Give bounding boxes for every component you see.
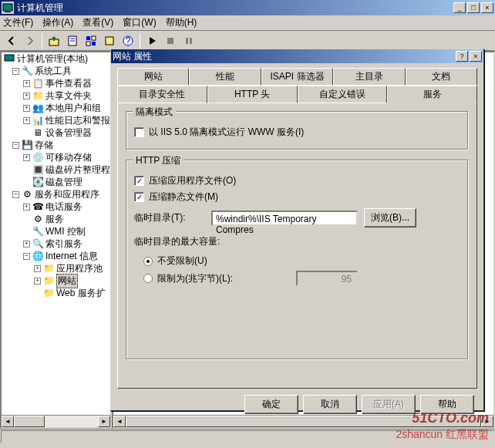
tab-documents[interactable]: 文档 [406, 68, 477, 86]
tempdir-input[interactable]: %windir%\IIS Temporary Compres [211, 211, 358, 226]
properties-button[interactable] [64, 32, 81, 49]
menu-window[interactable]: 窗口(W) [123, 16, 156, 29]
tree-telephony[interactable]: +☎电话服务 [2, 200, 110, 213]
ok-button[interactable]: 确定 [244, 395, 298, 414]
tree-removable[interactable]: +💿可移动存储 [2, 151, 110, 163]
stop-button[interactable] [162, 32, 179, 49]
maximize-button[interactable]: □ [467, 2, 480, 13]
expand-icon[interactable]: + [23, 154, 30, 161]
tab-isapi[interactable]: ISAPI 筛选器 [261, 68, 333, 86]
iis5-isolation-row[interactable]: 以 IIS 5.0 隔离模式运行 WWW 服务(I) [134, 126, 460, 139]
event-icon: 📋 [32, 77, 44, 89]
collapse-icon[interactable]: − [12, 191, 19, 198]
tree-services[interactable]: ⚙服务 [2, 213, 110, 225]
pause-button[interactable] [180, 32, 197, 49]
menubar: 文件(F) 操作(A) 查看(V) 窗口(W) 帮助(H) [0, 15, 495, 31]
tab-customerrors[interactable]: 自定义错误 [298, 86, 388, 103]
help-button[interactable]: ? [120, 32, 136, 49]
menu-file[interactable]: 文件(F) [3, 16, 33, 29]
tree-systools[interactable]: −🔧系统工具 [2, 65, 110, 77]
help-button[interactable]: 帮助 [420, 395, 474, 414]
expand-icon[interactable]: + [23, 204, 30, 211]
tab-homedir[interactable]: 主目录 [333, 68, 405, 86]
up-button[interactable] [45, 32, 62, 49]
tree-eventviewer[interactable]: +📋事件查看器 [2, 77, 110, 89]
tree-scrollbar[interactable]: ◄ ► [2, 415, 110, 427]
tree-services-apps[interactable]: −⚙服务和应用程序 [2, 188, 110, 200]
expand-icon[interactable]: + [34, 278, 41, 285]
limited-row[interactable]: 限制为(兆字节)(L): 95 [143, 271, 460, 286]
collapse-icon[interactable]: − [12, 142, 19, 149]
maxsize-label: 临时目录的最大容量: [134, 235, 460, 248]
tools-icon: 🔧 [21, 65, 33, 77]
expand-icon[interactable]: + [23, 105, 30, 112]
back-button[interactable] [3, 32, 20, 49]
limit-value-input: 95 [296, 271, 358, 286]
scroll-left-button[interactable]: ◄ [2, 416, 14, 427]
apply-button[interactable]: 应用(A) [362, 395, 416, 414]
scroll-right-button[interactable]: ► [98, 416, 110, 427]
expand-icon[interactable]: + [23, 117, 30, 124]
compress-static-label: 压缩静态文件(M) [149, 190, 218, 204]
tab-httpheaders[interactable]: HTTP 头 [207, 86, 298, 103]
collapse-icon[interactable]: − [23, 253, 30, 260]
disk-icon: 💽 [32, 176, 44, 188]
tree-perflogs[interactable]: +📊性能日志和警报 [2, 114, 110, 126]
unlimited-row[interactable]: 不受限制(U) [143, 254, 460, 268]
tree-users[interactable]: +👥本地用户和组 [2, 102, 110, 114]
tab-performance[interactable]: 性能 [189, 68, 261, 86]
forward-button[interactable] [22, 32, 39, 49]
compress-app-checkbox[interactable]: ✓ [134, 176, 144, 186]
menu-help[interactable]: 帮助(H) [166, 16, 197, 29]
wmi-icon: 🔧 [32, 225, 44, 237]
scroll-thumb[interactable] [14, 416, 45, 427]
tree-wmi[interactable]: 🔧WMI 控制 [2, 225, 110, 237]
expand-icon[interactable]: + [34, 265, 41, 272]
tree-webext[interactable]: 📁Web 服务扩 [2, 287, 110, 299]
tree-devmgr[interactable]: 🖥设备管理器 [2, 126, 110, 139]
tab-website[interactable]: 网站 [117, 68, 189, 86]
tree-iis[interactable]: −🌐Internet 信息 [2, 250, 110, 262]
tree-defrag[interactable]: 🔳磁盘碎片整理程 [2, 163, 110, 176]
collapse-icon[interactable]: − [12, 68, 19, 75]
compression-legend: HTTP 压缩 [133, 154, 184, 167]
limited-radio[interactable] [143, 274, 153, 283]
dialog-title: 网站 属性 [113, 50, 152, 63]
export-button[interactable] [101, 32, 118, 49]
iis5-checkbox[interactable] [134, 127, 144, 137]
tree-diskmgmt[interactable]: 💽磁盘管理 [2, 176, 110, 188]
svg-rect-0 [3, 4, 12, 11]
dialog-close-button[interactable]: × [470, 51, 482, 62]
menu-view[interactable]: 查看(V) [82, 16, 113, 29]
app-icon [2, 2, 14, 14]
minimize-button[interactable]: _ [453, 2, 466, 13]
users-icon: 👥 [32, 102, 44, 114]
tree-indexing[interactable]: +🔍索引服务 [2, 237, 110, 250]
tree-websites[interactable]: +📁网站 [2, 275, 110, 287]
device-icon: 🖥 [32, 126, 44, 139]
expand-icon[interactable]: + [23, 80, 30, 87]
dialog-help-button[interactable]: ? [456, 51, 468, 62]
isolation-group: 隔离模式 以 IIS 5.0 隔离模式运行 WWW 服务(I) [126, 111, 469, 150]
menu-action[interactable]: 操作(A) [42, 16, 73, 29]
expand-icon[interactable]: + [23, 241, 30, 248]
cancel-button[interactable]: 取消 [303, 395, 357, 414]
expand-icon[interactable]: + [23, 93, 30, 99]
compress-app-row[interactable]: ✓ 压缩应用程序文件(O) [134, 174, 460, 187]
tree-root[interactable]: 计算机管理(本地) [2, 52, 110, 65]
tab-dirsecurity[interactable]: 目录安全性 [117, 86, 207, 103]
compress-static-row[interactable]: ✓ 压缩静态文件(M) [134, 190, 460, 204]
svg-rect-6 [86, 36, 90, 40]
play-button[interactable] [143, 32, 160, 49]
unlimited-label: 不受限制(U) [157, 254, 207, 268]
browse-button[interactable]: 浏览(B)... [364, 208, 416, 227]
compress-static-checkbox[interactable]: ✓ [134, 192, 144, 202]
refresh-button[interactable] [82, 32, 99, 49]
unlimited-radio[interactable] [143, 257, 153, 266]
tab-service[interactable]: 服务 [387, 86, 477, 103]
close-button[interactable]: × [481, 2, 493, 13]
svg-rect-7 [92, 36, 96, 40]
tree-storage[interactable]: −💾存储 [2, 139, 110, 151]
tree-shared[interactable]: +📁共享文件夹 [2, 89, 110, 102]
folder-icon: 📁 [42, 287, 55, 299]
